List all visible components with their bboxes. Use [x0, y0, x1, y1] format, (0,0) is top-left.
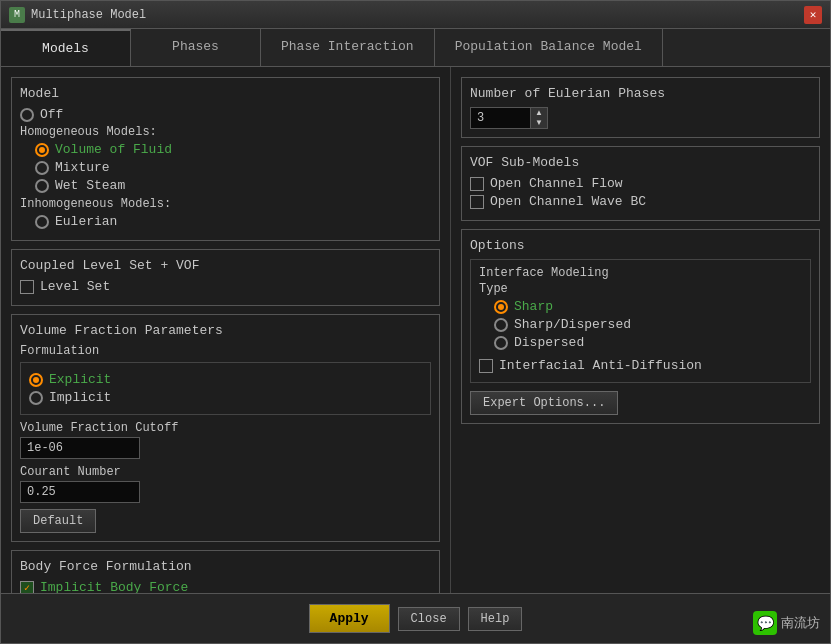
sharp-dispersed-radio-circle	[494, 318, 508, 332]
open-channel-flow-label: Open Channel Flow	[490, 176, 623, 191]
homogeneous-label: Homogeneous Models:	[20, 125, 431, 139]
level-set-checkbox[interactable]: Level Set	[20, 279, 431, 294]
off-radio[interactable]: Off	[20, 107, 431, 122]
implicit-radio[interactable]: Implicit	[29, 390, 422, 405]
model-group: Model Off Homogeneous Models: Volume of …	[11, 77, 440, 241]
help-button[interactable]: Help	[468, 607, 523, 631]
tab-phase-interaction[interactable]: Phase Interaction	[261, 29, 435, 66]
interface-modeling-group: Interface Modeling Type Sharp Sharp/Disp…	[470, 259, 811, 383]
implicit-body-force-label: Implicit Body Force	[40, 580, 188, 593]
explicit-label: Explicit	[49, 372, 111, 387]
formulation-label: Formulation	[20, 344, 431, 358]
coupled-level-set-group: Coupled Level Set + VOF Level Set	[11, 249, 440, 306]
footer: Apply Close Help 💬 南流坊	[1, 593, 830, 643]
inhomogeneous-label: Inhomogeneous Models:	[20, 197, 431, 211]
interface-modeling-label: Interface Modeling	[479, 266, 802, 280]
sharp-radio[interactable]: Sharp	[494, 299, 802, 314]
open-channel-flow-checkbox[interactable]: Open Channel Flow	[470, 176, 811, 191]
watermark: 💬 南流坊	[753, 611, 820, 635]
off-radio-label: Off	[40, 107, 63, 122]
eulerian-radio[interactable]: Eulerian	[35, 214, 431, 229]
eulerian-phases-label: Number of Eulerian Phases	[470, 86, 811, 101]
expert-options-button[interactable]: Expert Options...	[470, 391, 618, 415]
close-button[interactable]: Close	[398, 607, 460, 631]
homogeneous-options: Volume of Fluid Mixture Wet Steam	[20, 142, 431, 193]
vf-cutoff-input[interactable]	[20, 437, 140, 459]
volume-of-fluid-label: Volume of Fluid	[55, 142, 172, 157]
expert-button-container: Expert Options...	[470, 391, 811, 415]
body-force-group: Body Force Formulation Implicit Body For…	[11, 550, 440, 593]
eulerian-phases-up-button[interactable]: ▲	[531, 108, 547, 118]
tab-bar: Models Phases Phase Interaction Populati…	[1, 29, 830, 67]
implicit-label: Implicit	[49, 390, 111, 405]
eulerian-phases-group: Number of Eulerian Phases ▲ ▼	[461, 77, 820, 138]
inhomogeneous-options: Eulerian	[20, 214, 431, 229]
sharp-radio-circle	[494, 300, 508, 314]
watermark-text: 南流坊	[781, 614, 820, 632]
app-icon: M	[9, 7, 25, 23]
eulerian-phases-input[interactable]	[470, 107, 530, 129]
wet-steam-label: Wet Steam	[55, 178, 125, 193]
close-button[interactable]: ✕	[804, 6, 822, 24]
model-group-label: Model	[20, 86, 431, 101]
tab-models[interactable]: Models	[1, 29, 131, 66]
tab-population-balance[interactable]: Population Balance Model	[435, 29, 663, 66]
mixture-label: Mixture	[55, 160, 110, 175]
type-options: Sharp Sharp/Dispersed Dispersed	[479, 299, 802, 350]
interfacial-checkbox-box	[479, 359, 493, 373]
implicit-radio-circle	[29, 391, 43, 405]
default-button-container: Default	[20, 509, 431, 533]
eulerian-phases-spinner-buttons: ▲ ▼	[530, 107, 548, 129]
interfacial-label: Interfacial Anti-Diffusion	[499, 358, 702, 373]
eulerian-phases-down-button[interactable]: ▼	[531, 118, 547, 128]
eulerian-label: Eulerian	[55, 214, 117, 229]
tab-phases[interactable]: Phases	[131, 29, 261, 66]
off-radio-circle	[20, 108, 34, 122]
window-title: Multiphase Model	[31, 8, 804, 22]
formulation-subgroup: Explicit Implicit	[20, 362, 431, 415]
mixture-radio[interactable]: Mixture	[35, 160, 431, 175]
title-bar: M Multiphase Model ✕	[1, 1, 830, 29]
volume-of-fluid-radio-circle	[35, 143, 49, 157]
wet-steam-radio[interactable]: Wet Steam	[35, 178, 431, 193]
body-force-label: Body Force Formulation	[20, 559, 431, 574]
main-content: Model Off Homogeneous Models: Volume of …	[1, 67, 830, 593]
volume-of-fluid-radio[interactable]: Volume of Fluid	[35, 142, 431, 157]
courant-input[interactable]	[20, 481, 140, 503]
implicit-body-force-checkbox-box	[20, 581, 34, 594]
default-button[interactable]: Default	[20, 509, 96, 533]
coupled-group-label: Coupled Level Set + VOF	[20, 258, 431, 273]
open-channel-wave-label: Open Channel Wave BC	[490, 194, 646, 209]
vof-submodels-group: VOF Sub-Models Open Channel Flow Open Ch…	[461, 146, 820, 221]
eulerian-radio-circle	[35, 215, 49, 229]
wechat-icon: 💬	[753, 611, 777, 635]
vof-submodels-label: VOF Sub-Models	[470, 155, 811, 170]
sharp-dispersed-radio[interactable]: Sharp/Dispersed	[494, 317, 802, 332]
options-group: Options Interface Modeling Type Sharp Sh…	[461, 229, 820, 424]
vf-cutoff-container: Volume Fraction Cutoff	[20, 421, 431, 459]
explicit-radio-circle	[29, 373, 43, 387]
mixture-radio-circle	[35, 161, 49, 175]
courant-container: Courant Number	[20, 465, 431, 503]
apply-button[interactable]: Apply	[309, 604, 390, 633]
volume-fraction-group: Volume Fraction Parameters Formulation E…	[11, 314, 440, 542]
open-channel-wave-checkbox[interactable]: Open Channel Wave BC	[470, 194, 811, 209]
vf-group-label: Volume Fraction Parameters	[20, 323, 431, 338]
level-set-checkbox-box	[20, 280, 34, 294]
level-set-label: Level Set	[40, 279, 110, 294]
interfacial-checkbox[interactable]: Interfacial Anti-Diffusion	[479, 358, 802, 373]
options-label: Options	[470, 238, 811, 253]
courant-label: Courant Number	[20, 465, 431, 479]
dispersed-radio[interactable]: Dispersed	[494, 335, 802, 350]
eulerian-phases-spinner: ▲ ▼	[470, 107, 811, 129]
wet-steam-radio-circle	[35, 179, 49, 193]
sharp-label: Sharp	[514, 299, 553, 314]
sharp-dispersed-label: Sharp/Dispersed	[514, 317, 631, 332]
open-channel-wave-box	[470, 195, 484, 209]
explicit-radio[interactable]: Explicit	[29, 372, 422, 387]
implicit-body-force-checkbox[interactable]: Implicit Body Force	[20, 580, 431, 593]
dispersed-label: Dispersed	[514, 335, 584, 350]
main-window: M Multiphase Model ✕ Models Phases Phase…	[0, 0, 831, 644]
open-channel-flow-box	[470, 177, 484, 191]
left-panel: Model Off Homogeneous Models: Volume of …	[1, 67, 451, 593]
